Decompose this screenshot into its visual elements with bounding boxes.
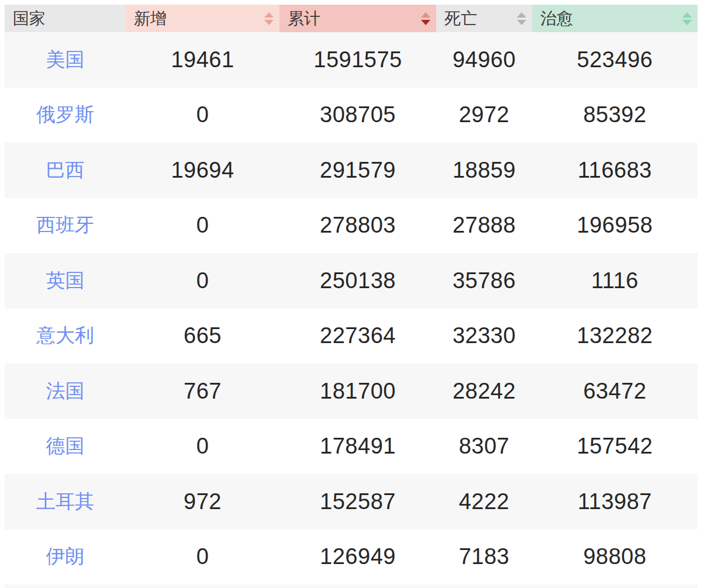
sort-carets-recovered[interactable] — [682, 12, 692, 25]
cell-total: 227364 — [279, 309, 436, 364]
cell-total: 308705 — [279, 88, 436, 143]
clipped-next-row — [5, 584, 698, 588]
country-link[interactable]: 美国 — [46, 49, 85, 70]
country-link[interactable]: 英国 — [46, 269, 85, 291]
cell-deaths: 94960 — [436, 32, 532, 88]
country-link[interactable]: 土耳其 — [36, 490, 94, 512]
country-link[interactable]: 法国 — [46, 380, 85, 402]
cell-new: 0 — [126, 198, 279, 254]
cell-total: 152587 — [279, 474, 436, 530]
caret-down-icon — [421, 20, 430, 25]
cell-recovered: 157542 — [532, 419, 698, 475]
cell-deaths: 28242 — [436, 364, 532, 419]
table-row: 伊朗 0 126949 7183 98808 — [5, 530, 698, 585]
cell-total: 126949 — [279, 530, 436, 585]
cell-new: 19694 — [126, 143, 279, 198]
caret-down-icon — [264, 20, 274, 25]
caret-up-icon — [517, 12, 526, 18]
cell-recovered: 116683 — [532, 143, 698, 198]
cell-total: 181700 — [279, 364, 436, 419]
sort-carets-new[interactable] — [264, 12, 274, 25]
column-label-recovered: 治愈 — [540, 8, 573, 30]
cell-recovered: 132282 — [532, 309, 698, 364]
cell-deaths: 35786 — [436, 253, 532, 309]
caret-up-icon — [421, 12, 430, 18]
header-cell-new[interactable]: 新增 — [126, 5, 279, 32]
table-row: 德国 0 178491 8307 157542 — [5, 419, 698, 475]
country-link[interactable]: 巴西 — [46, 159, 85, 181]
table-row: 西班牙 0 278803 27888 196958 — [5, 198, 698, 254]
cell-new: 767 — [126, 364, 279, 419]
column-label-total: 累计 — [288, 8, 320, 30]
header-cell-recovered[interactable]: 治愈 — [532, 5, 698, 32]
cell-recovered: 523496 — [532, 32, 698, 88]
cell-deaths: 18859 — [436, 143, 532, 198]
cell-deaths: 27888 — [436, 198, 532, 254]
cell-new: 972 — [126, 474, 279, 530]
country-link[interactable]: 意大利 — [36, 324, 94, 346]
table-row: 法国 767 181700 28242 63472 — [5, 364, 698, 419]
country-link[interactable]: 伊朗 — [46, 545, 85, 567]
cell-new: 0 — [126, 253, 279, 309]
cell-recovered: 63472 — [532, 364, 698, 419]
header-cell-deaths[interactable]: 死亡 — [436, 5, 532, 32]
table-header: 国家 新增 累计 — [5, 5, 698, 32]
cell-total: 1591575 — [279, 32, 436, 88]
header-cell-country: 国家 — [5, 5, 126, 32]
cell-new: 0 — [126, 419, 279, 475]
table-row: 俄罗斯 0 308705 2972 85392 — [5, 88, 698, 143]
cell-deaths: 2972 — [436, 88, 532, 143]
sort-carets-deaths[interactable] — [517, 12, 526, 25]
cell-deaths: 8307 — [436, 419, 532, 475]
column-label-deaths: 死亡 — [444, 8, 477, 30]
cell-recovered: 1116 — [532, 253, 698, 309]
caret-up-icon — [264, 12, 274, 18]
cell-total: 291579 — [279, 143, 436, 198]
caret-up-icon — [682, 12, 692, 18]
table-row: 意大利 665 227364 32330 132282 — [5, 309, 698, 364]
cell-new: 665 — [126, 309, 279, 364]
cell-new: 0 — [126, 88, 279, 143]
cell-new: 0 — [126, 530, 279, 585]
cell-recovered: 196958 — [532, 198, 698, 254]
caret-down-icon — [682, 20, 692, 25]
cell-deaths: 32330 — [436, 309, 532, 364]
column-label-country: 国家 — [13, 8, 46, 30]
cell-recovered: 113987 — [532, 474, 698, 530]
cell-total: 178491 — [279, 419, 436, 475]
country-link[interactable]: 德国 — [46, 435, 85, 456]
table-row: 英国 0 250138 35786 1116 — [5, 253, 698, 309]
column-label-new: 新增 — [134, 8, 167, 30]
cell-total: 250138 — [279, 253, 436, 309]
cell-recovered: 85392 — [532, 88, 698, 143]
cell-new: 19461 — [126, 32, 279, 88]
cell-deaths: 7183 — [436, 530, 532, 585]
table-row: 美国 19461 1591575 94960 523496 — [5, 32, 698, 88]
cell-recovered: 98808 — [532, 530, 698, 585]
caret-down-icon — [517, 20, 526, 25]
table-row: 巴西 19694 291579 18859 116683 — [5, 143, 698, 198]
table-row: 土耳其 972 152587 4222 113987 — [5, 474, 698, 530]
sort-carets-total-active-desc[interactable] — [421, 12, 430, 25]
cell-deaths: 4222 — [436, 474, 532, 530]
country-link[interactable]: 西班牙 — [36, 214, 94, 236]
country-stats-table: 国家 新增 累计 — [5, 5, 698, 588]
country-link[interactable]: 俄罗斯 — [36, 103, 94, 125]
cell-total: 278803 — [279, 198, 436, 254]
header-cell-total[interactable]: 累计 — [279, 5, 436, 32]
